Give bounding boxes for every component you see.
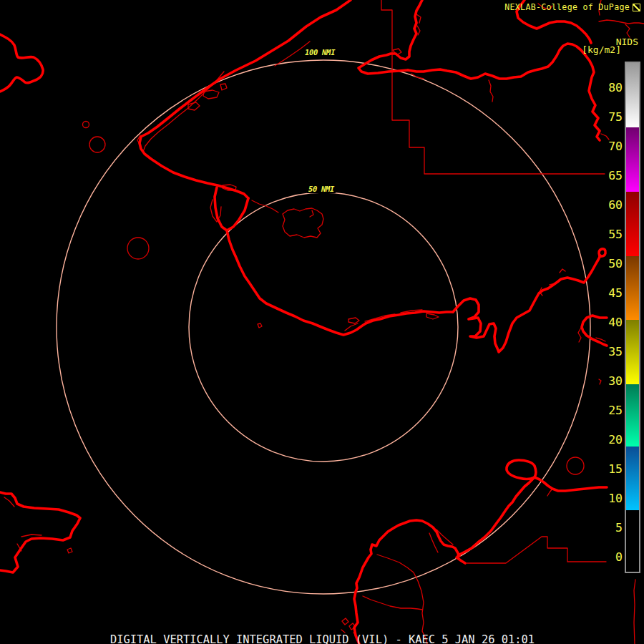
boundary-detail-path bbox=[203, 90, 219, 99]
coastline-path bbox=[458, 477, 535, 555]
boundary-detail-path bbox=[489, 80, 493, 102]
colorbar-tick-label: 60 bbox=[580, 196, 623, 213]
boundary-detail-path bbox=[310, 210, 313, 217]
radar-map bbox=[0, 0, 644, 644]
boundary-detail-path bbox=[342, 618, 348, 625]
lake-outline bbox=[127, 238, 149, 259]
colorbar-tick-label: 0 bbox=[580, 548, 623, 565]
boundary-detail-path bbox=[21, 535, 42, 537]
colorbar-tick-label: 5 bbox=[580, 519, 623, 536]
boundary-detail-path bbox=[348, 318, 359, 323]
colorbar-tick-label: 25 bbox=[580, 401, 623, 419]
boundary-detail-path bbox=[634, 580, 635, 644]
boundary-detail-path bbox=[560, 269, 565, 273]
colorbar-units: [kg/m2] bbox=[582, 44, 621, 55]
coastline-path bbox=[354, 520, 465, 644]
radar-screen: NEXLAB-College of DuPage NIDS [kg/m2] 80… bbox=[0, 0, 644, 644]
boundary-detail-path bbox=[363, 596, 422, 610]
boundary-detail-path bbox=[377, 555, 427, 644]
boundary-detail-path bbox=[341, 630, 345, 633]
colorbar-tick-label: 35 bbox=[580, 343, 623, 360]
coastline-path bbox=[0, 34, 43, 92]
boundary-detail-path bbox=[547, 489, 552, 496]
colorbar-tick-label: 75 bbox=[580, 108, 623, 125]
coastline-path bbox=[453, 255, 600, 352]
product-caption: DIGITAL VERTICALLY INTEGRATED LIQUID (VI… bbox=[110, 633, 535, 644]
range-ring-label-100nmi: 100 NMI bbox=[303, 48, 336, 57]
lake-outline bbox=[83, 122, 89, 128]
range-ring-label-50nmi: 50 NMI bbox=[307, 185, 336, 193]
coastline-path bbox=[140, 0, 351, 198]
coastline-path bbox=[408, 44, 600, 140]
colorbar bbox=[625, 62, 640, 573]
colorbar-tick-label: 80 bbox=[580, 79, 623, 96]
lake-outline bbox=[89, 137, 105, 152]
boundary-detail-path bbox=[283, 208, 323, 238]
colorbar-tick-label: 30 bbox=[580, 372, 623, 389]
brand-bar: NEXLAB-College of DuPage bbox=[504, 2, 640, 12]
colorbar-tick-label: 55 bbox=[580, 225, 623, 243]
colorbar-tick-label: 40 bbox=[580, 313, 623, 331]
colorbar-tick-label: 70 bbox=[580, 137, 623, 155]
colorbar-tick-label: 45 bbox=[580, 284, 623, 301]
colorbar-tick-label: 15 bbox=[580, 460, 623, 477]
colorbar-tick-label: 65 bbox=[580, 167, 623, 184]
boundary-detail-path bbox=[426, 313, 439, 319]
flag-icon bbox=[633, 4, 640, 11]
boundary-detail-path bbox=[258, 323, 262, 328]
coastline-path bbox=[507, 460, 536, 479]
colorbar-tick-label: 10 bbox=[580, 489, 623, 507]
boundary-detail-path bbox=[429, 533, 438, 552]
boundary-detail-path bbox=[67, 548, 72, 553]
boundary-detail-path bbox=[625, 24, 630, 37]
boundary-detail-path bbox=[599, 20, 644, 24]
boundary-detail-path bbox=[4, 497, 14, 507]
colorbar-tick-label: 50 bbox=[580, 255, 623, 272]
boundary-detail-path bbox=[220, 84, 227, 90]
coastline-path bbox=[358, 0, 422, 74]
coastline-path bbox=[227, 230, 453, 335]
colorbar-tick-label: 20 bbox=[580, 431, 623, 448]
brand-text: NEXLAB-College of DuPage bbox=[504, 2, 630, 12]
